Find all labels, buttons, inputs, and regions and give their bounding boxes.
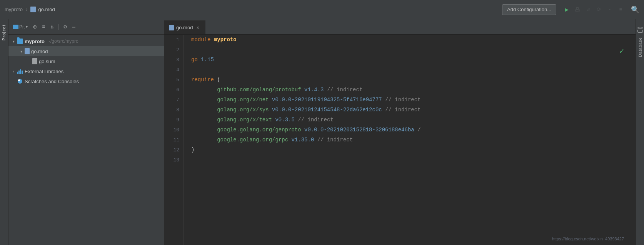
tree-item-myproto[interactable]: ▾ myproto ~/go/src/mypro <box>8 36 164 46</box>
line-num-9: 9 <box>164 115 183 125</box>
line-numbers: 1 2 3 4 5 6 7 8 9 10 11 12 13 <box>164 35 184 245</box>
ver-net: v0.0.0-20210119194325-5f4716e94777 <box>272 97 382 103</box>
debug-icon[interactable] <box>573 5 582 14</box>
tab-gomod[interactable]: go.mod × <box>164 20 205 34</box>
coverage-icon[interactable]: ↺ <box>584 5 592 14</box>
project-view-dropdown[interactable]: Pr. ▾ <box>12 23 29 30</box>
database-icon[interactable] <box>637 27 643 33</box>
tree-item-name-gomod: go.mod <box>31 49 48 54</box>
watermark: https://blog.csdn.net/weixin_49393427 <box>552 237 624 241</box>
code-line-13 <box>191 155 636 165</box>
ver-genproto: v0.0.0-20210203152818-3206188e46ba <box>304 127 414 133</box>
line-num-4: 4 <box>164 65 183 75</box>
paren-open: ( <box>217 77 220 83</box>
pkg-sys: golang.org/x/sys <box>217 107 269 113</box>
tree-item-gomod[interactable]: ▾ go.mod <box>8 46 164 56</box>
project-tree: ▾ myproto ~/go/src/mypro ▾ go.mod ▸ go.s… <box>8 35 164 245</box>
toolbar-icons: ▶ ↺ ⟳ ▾ ■ <box>562 5 625 14</box>
ver-protobuf: v1.4.3 <box>304 87 324 93</box>
dropdown-arrow-icon[interactable]: ▾ <box>606 5 614 14</box>
breadcrumb-project[interactable]: myproto <box>5 7 23 12</box>
gosum-file-icon <box>32 58 37 64</box>
go-version: 1.15 <box>201 57 214 63</box>
line-num-6: 6 <box>164 85 183 95</box>
tab-gomod-icon <box>169 25 174 30</box>
project-dropdown-icon: ▾ <box>26 25 28 29</box>
line-num-8: 8 <box>164 105 183 115</box>
folder-icon-myproto <box>17 39 23 44</box>
expand-icon[interactable]: ⇅ <box>49 23 55 31</box>
line-num-3: 3 <box>164 55 183 65</box>
tree-item-gosum[interactable]: ▸ go.sum <box>8 56 164 66</box>
minimize-icon[interactable]: — <box>71 23 77 31</box>
code-line-12: ) <box>191 145 636 155</box>
project-panel: Pr. ▾ ⊕ ≡ ⇅ ⚙ — ▾ myproto ~/go/src/mypro… <box>8 19 164 245</box>
run-icon[interactable]: ▶ <box>562 5 571 14</box>
pkg-text: golang.org/x/text <box>217 117 272 123</box>
kw-module: module <box>191 37 210 43</box>
collapse-icon[interactable]: ≡ <box>40 23 47 31</box>
tree-item-scratches[interactable]: › Scratches and Consoles <box>8 76 164 86</box>
breadcrumb-file: go.mod <box>38 7 55 12</box>
main-area: Project Pr. ▾ ⊕ ≡ ⇅ ⚙ — ▾ myproto ~/go/s… <box>0 19 644 245</box>
code-line-7: golang.org/x/net v0.0.0-20210119194325-5… <box>191 95 636 105</box>
db-body <box>637 30 643 33</box>
tree-item-name-gosum: go.sum <box>39 59 55 64</box>
arrow-gomod: ▾ <box>19 49 23 53</box>
line-num-1: 1 <box>164 35 183 45</box>
tree-item-path-myproto: ~/go/src/mypro <box>48 39 78 44</box>
code-editor: 1 2 3 4 5 6 7 8 9 10 11 12 13 module myp <box>164 35 636 245</box>
kw-require: require <box>191 77 214 83</box>
kw-go: go <box>191 57 198 63</box>
pkg-net: golang.org/x/net <box>217 97 269 103</box>
line-num-11: 11 <box>164 135 183 145</box>
code-line-2 <box>191 45 636 55</box>
tree-item-ext-libs[interactable]: › External Libraries <box>8 66 164 76</box>
validation-checkmark: ✓ <box>619 46 624 56</box>
tab-close-button[interactable]: × <box>195 25 200 30</box>
paren-close: ) <box>191 147 194 153</box>
settings-icon[interactable]: ⚙ <box>62 23 68 31</box>
project-view-icon <box>13 25 18 29</box>
tree-item-name-myproto: myproto <box>25 39 45 44</box>
mod-name-myproto: myproto <box>214 37 237 43</box>
file-tab-icon <box>30 7 36 12</box>
pkg-protobuf: github.com/golang/protobuf <box>217 87 301 93</box>
toolbar-separator <box>58 24 59 30</box>
editor-area: go.mod × 1 2 3 4 5 6 7 8 9 10 11 12 13 <box>164 19 636 245</box>
code-line-9: golang.org/x/text v0.3.5 // indirect <box>191 115 636 125</box>
ver-text: v0.3.5 <box>275 117 294 123</box>
tab-bar: go.mod × <box>164 19 636 35</box>
code-line-4 <box>191 65 636 75</box>
db-disk-top <box>637 27 643 29</box>
code-line-8: golang.org/x/sys v0.0.0-20210124154548-2… <box>191 105 636 115</box>
line-num-5: 5 <box>164 75 183 85</box>
comment-11: // indirect <box>317 137 353 143</box>
code-line-11: google.golang.org/grpc v1.35.0 // indire… <box>191 135 636 145</box>
line-num-2: 2 <box>164 45 183 55</box>
stop-icon[interactable]: ■ <box>616 5 625 14</box>
comment-9: // indirect <box>298 117 333 123</box>
tree-item-name-scratches: Scratches and Consoles <box>25 79 79 84</box>
ext-lib-icon <box>17 69 23 74</box>
line-num-10: 10 <box>164 125 183 135</box>
database-label[interactable]: Database <box>638 37 642 57</box>
project-tab-label[interactable]: Project <box>2 25 6 40</box>
comment-6: // indirect <box>327 87 362 93</box>
ver-sys: v0.0.0-20210124154548-22da62e12c0c <box>272 107 382 113</box>
add-icon[interactable]: ⊕ <box>32 22 38 32</box>
code-line-10: google.golang.org/genproto v0.0.0-202102… <box>191 125 636 135</box>
top-bar: myproto › go.mod Add Configuration... ▶ … <box>0 0 644 19</box>
code-line-5: require ( <box>191 75 636 85</box>
search-icon[interactable]: 🔍 <box>631 5 639 14</box>
comment-10: / <box>417 127 420 133</box>
profiler-icon[interactable]: ⟳ <box>595 5 603 14</box>
breadcrumb: myproto › go.mod <box>5 7 55 13</box>
gomod-file-icon <box>25 48 30 54</box>
comment-7: // indirect <box>385 97 420 103</box>
tree-item-name-ext-libs: External Libraries <box>25 69 63 74</box>
add-configuration-button[interactable]: Add Configuration... <box>502 4 556 15</box>
add-config-label: Add Configuration... <box>507 7 551 12</box>
pkg-grpc: google.golang.org/grpc <box>217 137 288 143</box>
ver-grpc: v1.35.0 <box>291 137 314 143</box>
